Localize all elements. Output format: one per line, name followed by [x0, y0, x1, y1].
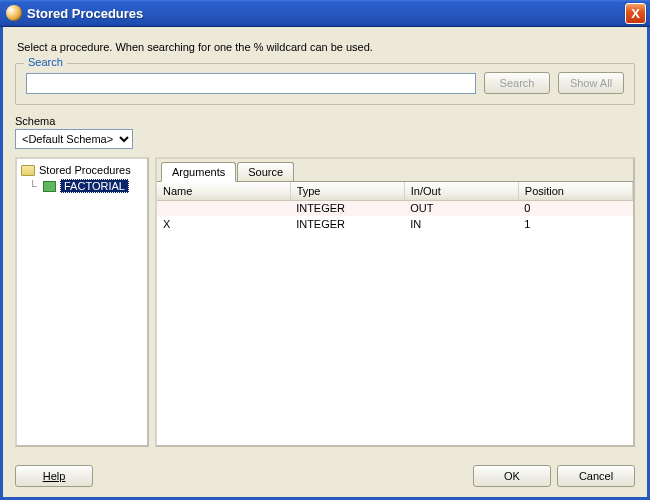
search-legend: Search [24, 56, 67, 68]
tree-item-factorial[interactable]: └ FACTORIAL [25, 178, 145, 194]
details-panel: Arguments Source Name Type In/Out Positi… [155, 157, 635, 447]
cancel-button[interactable]: Cancel [557, 465, 635, 487]
schema-label: Schema [15, 115, 635, 127]
col-name[interactable]: Name [157, 182, 290, 200]
search-fieldset: Search Search Show All [15, 63, 635, 105]
tab-source[interactable]: Source [237, 162, 294, 181]
window-title: Stored Procedures [27, 6, 625, 21]
tree-root[interactable]: Stored Procedures [19, 163, 145, 177]
cell-type: INTEGER [290, 216, 404, 232]
col-inout[interactable]: In/Out [404, 182, 518, 200]
cell-name [157, 200, 290, 216]
close-button[interactable]: X [625, 3, 646, 24]
col-position[interactable]: Position [518, 182, 632, 200]
search-button[interactable]: Search [484, 72, 550, 94]
cell-position: 1 [518, 216, 632, 232]
procedure-icon [43, 181, 56, 192]
arguments-table-wrap[interactable]: Name Type In/Out Position INTEGER OUT [157, 182, 633, 445]
table-row[interactable]: INTEGER OUT 0 [157, 200, 633, 216]
app-icon [6, 5, 22, 21]
cell-name: X [157, 216, 290, 232]
cell-inout: OUT [404, 200, 518, 216]
title-bar: Stored Procedures X [0, 0, 650, 27]
folder-icon [21, 165, 35, 176]
tree-connector: └ [27, 180, 39, 192]
cell-inout: IN [404, 216, 518, 232]
schema-block: Schema <Default Schema> [15, 115, 635, 149]
col-type[interactable]: Type [290, 182, 404, 200]
show-all-button[interactable]: Show All [558, 72, 624, 94]
cell-type: INTEGER [290, 200, 404, 216]
procedure-tree[interactable]: Stored Procedures └ FACTORIAL [15, 157, 149, 447]
cell-position: 0 [518, 200, 632, 216]
table-row[interactable]: X INTEGER IN 1 [157, 216, 633, 232]
schema-select[interactable]: <Default Schema> [15, 129, 133, 149]
close-icon: X [631, 6, 640, 21]
help-button-label: Help [43, 470, 66, 482]
button-bar: Help OK Cancel [3, 457, 647, 497]
description-text: Select a procedure. When searching for o… [17, 41, 635, 53]
tree-root-label: Stored Procedures [39, 164, 131, 176]
ok-button[interactable]: OK [473, 465, 551, 487]
tab-bar: Arguments Source [157, 159, 633, 182]
help-button[interactable]: Help [15, 465, 93, 487]
tab-arguments[interactable]: Arguments [161, 162, 236, 182]
tree-item-label: FACTORIAL [60, 179, 129, 193]
search-input[interactable] [26, 73, 476, 94]
arguments-table: Name Type In/Out Position INTEGER OUT [157, 182, 633, 232]
dialog-content: Select a procedure. When searching for o… [0, 27, 650, 500]
